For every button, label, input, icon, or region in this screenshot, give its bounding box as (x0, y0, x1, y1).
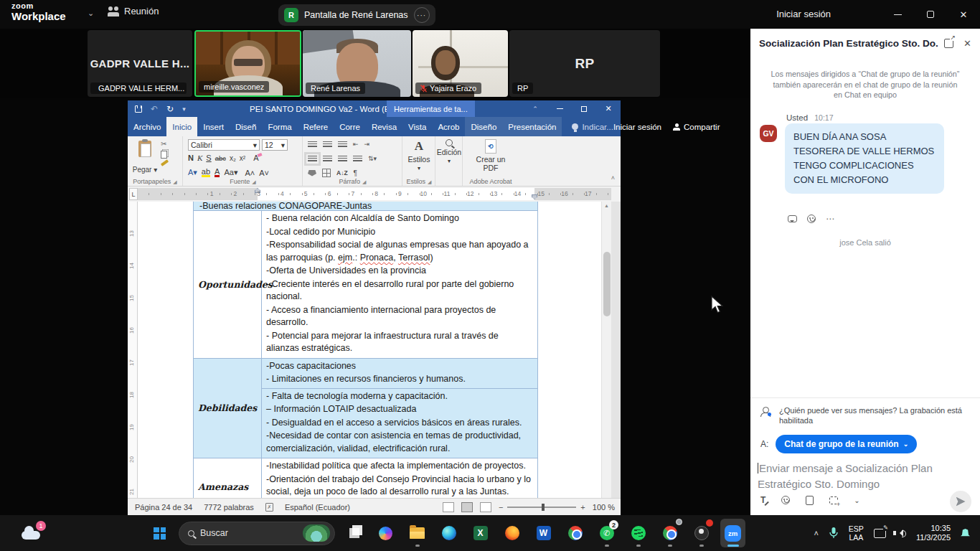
speaker-icon[interactable] (896, 529, 903, 537)
dialog-launcher-icon[interactable]: ◢ (362, 179, 366, 184)
vertical-scrollbar[interactable]: ▲ (601, 202, 611, 498)
tab-insert[interactable]: Insert (197, 117, 230, 136)
customize-qat-icon[interactable]: ▾ (182, 105, 186, 113)
read-mode-button[interactable] (443, 502, 454, 512)
table-overflow-row[interactable]: -Buenas relaciones CONAGOPARE-Juntas (194, 202, 537, 211)
word-close-button[interactable]: ✕ (596, 100, 621, 117)
microphone-icon[interactable] (829, 527, 839, 540)
window-close-button[interactable]: ✕ (947, 0, 980, 29)
emoji-reaction-icon[interactable] (807, 215, 816, 223)
chevron-down-icon[interactable]: ⌄ (854, 496, 859, 504)
paste-button[interactable]: Pegar ▾ (131, 139, 159, 175)
emoji-icon[interactable] (781, 496, 790, 504)
strikethrough-button[interactable]: abc (215, 154, 226, 162)
zoom-signin-button[interactable]: Iniciar sesión (776, 9, 831, 19)
table-section-oportunidades[interactable]: Oportunidades- Buena relación con Alcald… (194, 211, 537, 359)
swot-table[interactable]: -Buenas relaciones CONAGOPARE-JuntasOpor… (193, 202, 538, 498)
notification-bell-icon[interactable] (961, 529, 970, 537)
search-box[interactable]: Buscar (179, 522, 335, 545)
video-tile-rp[interactable]: RPRP (509, 30, 660, 97)
tab-refere[interactable]: Refere (298, 117, 334, 136)
print-layout-button[interactable] (461, 502, 473, 512)
zoom-level[interactable]: 100 % (593, 503, 615, 512)
word-minimize-button[interactable] (547, 100, 572, 117)
share-button[interactable]: Compartir (673, 123, 720, 131)
borders-button[interactable] (322, 169, 331, 177)
video-tile-mireille-vasconez[interactable]: mireille.vasconez (194, 30, 301, 97)
font-name-select[interactable]: Calibri▾ (188, 139, 260, 151)
zoom-in-icon[interactable]: + (580, 503, 585, 512)
italic-button[interactable]: K (197, 154, 202, 162)
taskbar-whatsapp-icon[interactable]: ✆2 (594, 519, 619, 547)
align-left-button[interactable] (308, 156, 317, 162)
taskbar-chrome-profile-icon[interactable] (657, 519, 682, 547)
font-size-select[interactable]: 12▾ (262, 139, 288, 151)
zoom-slider[interactable]: − + (499, 503, 585, 512)
taskbar-excel-icon[interactable]: X (468, 519, 493, 547)
superscript-button[interactable]: x² (240, 154, 245, 162)
numbering-button[interactable] (323, 141, 332, 148)
horizontal-ruler[interactable]: 1234567891011121314151617 (138, 188, 611, 200)
bullets-button[interactable] (308, 141, 317, 148)
multilevel-list-button[interactable] (338, 141, 347, 148)
widgets-button[interactable]: 1 (22, 521, 46, 542)
format-icon[interactable]: T (760, 495, 765, 505)
taskbar-spotify-icon[interactable] (626, 519, 651, 547)
taskbar-file-explorer-icon[interactable] (405, 519, 430, 547)
cut-icon[interactable]: ✂ (161, 140, 169, 148)
sort-button[interactable]: A↓Z (336, 169, 348, 176)
font-color-button[interactable]: A (215, 168, 220, 177)
collapse-ribbon-icon[interactable]: ˄ (611, 174, 615, 182)
pilcrow-button[interactable]: ¶ (354, 169, 357, 177)
taskbar-chrome-icon[interactable] (562, 519, 588, 547)
video-tile-gadpr-valle-herm[interactable]: GADPR VALLE H...GADPR VALLE HERM... (88, 30, 192, 97)
recipient-selector[interactable]: Chat de grupo de la reunión ⌄ (776, 435, 917, 453)
bold-button[interactable]: N (188, 154, 194, 162)
save-icon[interactable] (135, 105, 142, 113)
shrink-font-button[interactable]: A˅ (259, 169, 269, 177)
tab-diseño[interactable]: Diseño (465, 117, 502, 136)
tab-corre[interactable]: Corre (334, 117, 366, 136)
zoom-out-icon[interactable]: − (499, 503, 503, 512)
language-indicator[interactable]: Español (Ecuador) (285, 503, 350, 512)
tab-acrob[interactable]: Acrob (432, 117, 465, 136)
chevron-down-icon[interactable]: ⌄ (88, 9, 94, 18)
page-indicator[interactable]: Página 24 de 34 (135, 503, 192, 512)
tab-selector[interactable]: L (129, 188, 138, 200)
dialog-launcher-icon[interactable]: ◢ (428, 179, 431, 184)
ribbon-options-icon[interactable]: ⌃ (523, 100, 547, 117)
highlight-color-button[interactable]: ab (202, 168, 210, 177)
underline-button[interactable]: S (206, 154, 211, 162)
attach-file-icon[interactable] (806, 496, 814, 505)
styles-button[interactable]: A Estilos▾ (403, 139, 435, 171)
word-maximize-button[interactable] (572, 100, 596, 117)
taskbar-start-icon[interactable] (147, 519, 172, 547)
tab-diseñ[interactable]: Diseñ (230, 117, 262, 136)
undo-icon[interactable]: ↶ (151, 104, 158, 114)
align-right-button[interactable] (338, 156, 347, 162)
editing-button[interactable]: Edición▾ (436, 139, 462, 164)
clear-formatting-button[interactable]: A (253, 154, 258, 162)
line-spacing-button[interactable]: ⇅▾ (368, 155, 377, 162)
display-pen-icon[interactable] (874, 529, 886, 538)
word-signin-button[interactable]: Iniciar sesión (613, 123, 661, 131)
chat-close-icon[interactable]: ✕ (963, 38, 971, 49)
table-section-amenazas[interactable]: Amenazas-Inestabilidad política que afec… (194, 458, 537, 498)
taskbar-copilot-icon[interactable] (373, 519, 398, 547)
document-page[interactable]: -Buenas relaciones CONAGOPARE-JuntasOpor… (138, 202, 601, 498)
tab-revisa[interactable]: Revisa (366, 117, 402, 136)
taskbar-edge-icon[interactable] (436, 519, 461, 547)
screenshot-icon[interactable] (829, 496, 838, 504)
justify-button[interactable] (353, 156, 362, 162)
clock[interactable]: 10:35 11/3/2025 (916, 524, 951, 542)
send-button[interactable] (950, 491, 971, 512)
video-tile-yajaira-erazo[interactable]: Yajaira Erazo (413, 30, 508, 97)
zoom-slider-thumb[interactable] (542, 504, 545, 511)
text-effects-button[interactable]: A▾ (188, 168, 197, 177)
taskbar-firefox-icon[interactable] (499, 519, 524, 547)
tab-presentación[interactable]: Presentación (502, 117, 562, 136)
chat-input[interactable]: Enviar mensaje a Socialización Plan Estr… (758, 461, 970, 492)
format-painter-icon[interactable] (161, 159, 169, 166)
taskbar-word-icon[interactable]: W (531, 519, 556, 547)
word-count[interactable]: 7772 palabras (204, 503, 254, 512)
